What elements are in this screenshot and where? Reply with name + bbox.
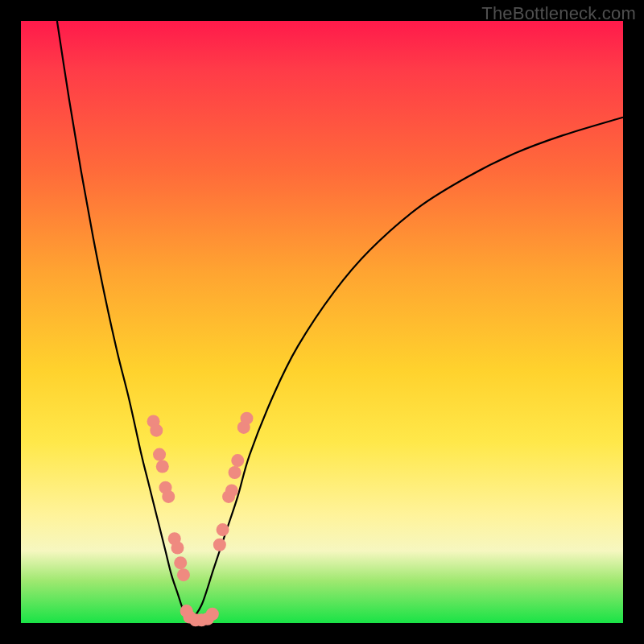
data-dot [241, 412, 254, 425]
plot-area [21, 21, 623, 623]
data-dot [225, 484, 238, 497]
chart-frame: TheBottleneck.com [0, 0, 644, 644]
data-dot [213, 539, 226, 551]
curve-layer [21, 21, 623, 623]
curve-right-branch [189, 118, 623, 623]
data-dot [206, 608, 219, 621]
curve-left-branch [57, 21, 190, 623]
data-dot [153, 448, 166, 461]
data-dot [229, 466, 242, 479]
data-dot [156, 460, 169, 473]
data-dot [231, 454, 244, 467]
data-dot [150, 424, 163, 437]
data-dot [174, 556, 187, 569]
data-dot [217, 523, 229, 536]
data-dot [171, 542, 184, 555]
data-dot [177, 568, 190, 581]
data-dot [162, 490, 175, 503]
